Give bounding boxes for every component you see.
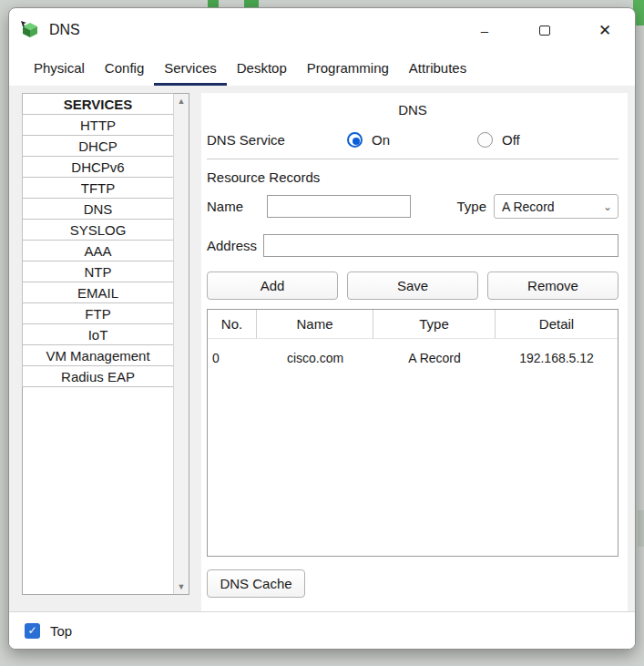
sidebar-item-dns[interactable]: DNS bbox=[22, 198, 174, 220]
table-row[interactable]: 0 cisco.com A Record 192.168.5.12 bbox=[208, 339, 618, 377]
check-icon: ✓ bbox=[27, 624, 36, 637]
address-row: Address bbox=[207, 234, 618, 257]
tab-services[interactable]: Services bbox=[154, 52, 227, 86]
close-icon: ✕ bbox=[598, 21, 611, 40]
content-area: SERVICES HTTP DHCP DHCPv6 TFTP DNS SYSLO… bbox=[9, 86, 635, 611]
sidebar-item-dhcpv6[interactable]: DHCPv6 bbox=[22, 156, 174, 178]
resource-records-label: Resource Records bbox=[207, 159, 618, 194]
services-list: SERVICES HTTP DHCP DHCPv6 TFTP DNS SYSLO… bbox=[23, 94, 173, 594]
dns-service-off-radio[interactable] bbox=[477, 132, 493, 148]
services-sidebar: SERVICES HTTP DHCP DHCPv6 TFTP DNS SYSLO… bbox=[22, 93, 189, 595]
record-type-select[interactable]: A Record ⌄ bbox=[494, 194, 618, 219]
on-radio-label: On bbox=[372, 132, 390, 148]
records-table[interactable]: No. Name Type Detail 0 cisco.com A Recor… bbox=[207, 309, 618, 557]
minimize-button[interactable]: – bbox=[455, 8, 515, 52]
dns-service-panel: DNS DNS Service On Off Resource Records … bbox=[201, 93, 628, 611]
sidebar-item-http[interactable]: HTTP bbox=[22, 114, 174, 136]
address-label: Address bbox=[207, 238, 263, 253]
sidebar-item-ftp[interactable]: FTP bbox=[22, 302, 174, 324]
tab-desktop[interactable]: Desktop bbox=[227, 52, 297, 86]
sidebar-item-dhcp[interactable]: DHCP bbox=[22, 135, 174, 157]
chevron-down-icon: ⌄ bbox=[603, 200, 612, 213]
top-checkbox[interactable]: ✓ bbox=[25, 623, 40, 639]
remove-button[interactable]: Remove bbox=[487, 272, 618, 300]
tab-programming[interactable]: Programming bbox=[297, 52, 399, 86]
sidebar-scrollbar[interactable]: ▲ ▼ bbox=[173, 94, 189, 594]
type-label: Type bbox=[456, 199, 486, 214]
window-footer: ✓ Top bbox=[9, 611, 635, 649]
minimize-icon: – bbox=[481, 23, 488, 38]
window-title: DNS bbox=[49, 22, 80, 38]
sidebar-item-aaa[interactable]: AAA bbox=[22, 240, 174, 261]
maximize-button[interactable] bbox=[515, 8, 575, 52]
scroll-up-icon[interactable]: ▲ bbox=[178, 96, 186, 107]
dns-cache-button[interactable]: DNS Cache bbox=[207, 569, 305, 598]
top-checkbox-label: Top bbox=[50, 623, 72, 639]
cache-row: DNS Cache bbox=[207, 569, 618, 598]
tab-config[interactable]: Config bbox=[95, 52, 154, 86]
background-artifact bbox=[638, 510, 644, 547]
add-button[interactable]: Add bbox=[207, 272, 338, 300]
header-name: Name bbox=[257, 310, 373, 339]
cell-name: cisco.com bbox=[257, 339, 373, 377]
titlebar[interactable]: DNS – ✕ bbox=[9, 8, 635, 52]
record-type-value: A Record bbox=[502, 200, 555, 214]
dns-server-window: DNS – ✕ Physical Config Services Desktop… bbox=[8, 7, 636, 650]
sidebar-item-ntp[interactable]: NTP bbox=[22, 261, 174, 282]
off-radio-label: Off bbox=[502, 132, 520, 148]
name-input[interactable] bbox=[267, 195, 411, 218]
header-type: Type bbox=[373, 310, 496, 339]
tab-physical[interactable]: Physical bbox=[24, 52, 95, 86]
name-type-row: Name Type A Record ⌄ bbox=[207, 194, 618, 219]
sidebar-item-vm-management[interactable]: VM Management bbox=[22, 344, 174, 366]
address-input[interactable] bbox=[263, 234, 618, 257]
cell-type: A Record bbox=[373, 339, 496, 377]
scroll-down-icon[interactable]: ▼ bbox=[178, 581, 186, 592]
table-header-row: No. Name Type Detail bbox=[208, 310, 618, 339]
sidebar-item-tftp[interactable]: TFTP bbox=[22, 177, 174, 199]
panel-title: DNS bbox=[207, 97, 618, 132]
cell-no: 0 bbox=[208, 339, 257, 377]
header-detail: Detail bbox=[496, 310, 618, 339]
tab-attributes[interactable]: Attributes bbox=[399, 52, 476, 86]
dns-service-row: DNS Service On Off bbox=[207, 132, 618, 159]
save-button[interactable]: Save bbox=[347, 272, 478, 300]
header-no: No. bbox=[208, 310, 257, 339]
services-header: SERVICES bbox=[22, 93, 174, 115]
sidebar-item-syslog[interactable]: SYSLOG bbox=[22, 219, 174, 241]
name-label: Name bbox=[207, 199, 267, 214]
app-icon bbox=[20, 20, 40, 40]
cell-detail: 192.168.5.12 bbox=[496, 339, 618, 377]
dns-service-on-radio[interactable] bbox=[347, 132, 363, 148]
tab-bar: Physical Config Services Desktop Program… bbox=[9, 52, 635, 86]
record-actions: Add Save Remove bbox=[207, 272, 618, 300]
dns-service-label: DNS Service bbox=[207, 132, 343, 148]
sidebar-item-iot[interactable]: IoT bbox=[22, 323, 174, 345]
maximize-icon bbox=[539, 26, 550, 36]
close-button[interactable]: ✕ bbox=[575, 8, 635, 52]
sidebar-item-email[interactable]: EMAIL bbox=[22, 282, 174, 303]
sidebar-item-radius-eap[interactable]: Radius EAP bbox=[22, 365, 174, 387]
